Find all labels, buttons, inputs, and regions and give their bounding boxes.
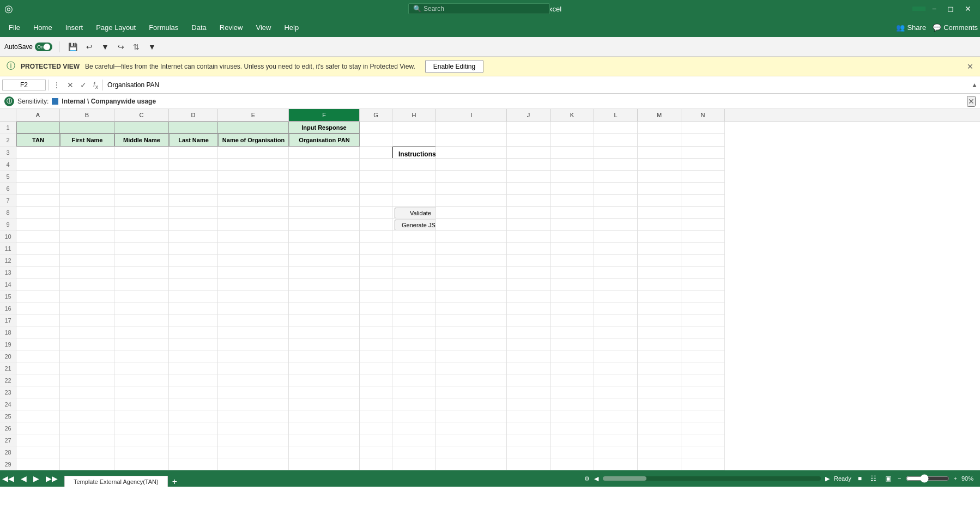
last-sheet-button[interactable]: ▶▶ xyxy=(44,474,60,483)
cell-k1[interactable] xyxy=(551,122,594,134)
cell-b12[interactable] xyxy=(60,255,114,266)
cell-j9[interactable] xyxy=(507,219,551,231)
cell-i25[interactable] xyxy=(436,410,507,422)
cell-i6[interactable] xyxy=(436,183,507,195)
cell-c15[interactable] xyxy=(114,290,169,302)
cell-f16[interactable] xyxy=(289,302,360,314)
cell-h27[interactable] xyxy=(392,434,436,446)
cell-f11[interactable] xyxy=(289,243,360,255)
cell-d12[interactable] xyxy=(169,255,218,266)
cell-k16[interactable] xyxy=(551,302,594,314)
cell-m14[interactable] xyxy=(638,278,681,290)
cell-j20[interactable] xyxy=(507,350,551,362)
cell-c18[interactable] xyxy=(114,326,169,338)
cell-d21[interactable] xyxy=(169,362,218,374)
cell-f7[interactable] xyxy=(289,195,360,207)
col-header-l[interactable]: L xyxy=(594,109,638,121)
cell-f18[interactable] xyxy=(289,326,360,338)
cell-f4[interactable] xyxy=(289,159,360,171)
cell-b15[interactable] xyxy=(60,290,114,302)
quick-access-dropdown[interactable]: ▼ xyxy=(146,40,158,53)
cell-h11[interactable] xyxy=(392,243,436,255)
cell-c21[interactable] xyxy=(114,362,169,374)
cell-d24[interactable] xyxy=(169,398,218,410)
cell-j26[interactable] xyxy=(507,422,551,434)
cell-e14[interactable] xyxy=(218,278,289,290)
cell-g2[interactable] xyxy=(360,134,392,147)
cell-g27[interactable] xyxy=(360,434,392,446)
cell-a7[interactable] xyxy=(16,195,60,207)
cell-a9[interactable] xyxy=(16,219,60,231)
cell-n23[interactable] xyxy=(681,386,725,398)
cell-m5[interactable] xyxy=(638,171,681,183)
cell-f23[interactable] xyxy=(289,386,360,398)
close-button[interactable]: ✕ xyxy=(960,2,976,15)
cell-b14[interactable] xyxy=(60,278,114,290)
cell-b1[interactable] xyxy=(60,122,114,134)
redo-button[interactable]: ↪ xyxy=(116,40,126,53)
cell-i2[interactable] xyxy=(436,134,507,147)
cell-a21[interactable] xyxy=(16,362,60,374)
cancel-formula-button[interactable]: ✕ xyxy=(65,81,76,89)
cell-a22[interactable] xyxy=(16,374,60,386)
cell-d14[interactable] xyxy=(169,278,218,290)
cell-j18[interactable] xyxy=(507,326,551,338)
cell-l28[interactable] xyxy=(594,446,638,458)
cell-k10[interactable] xyxy=(551,231,594,243)
cell-d3[interactable] xyxy=(169,147,218,159)
cell-h15[interactable] xyxy=(392,290,436,302)
cell-b16[interactable] xyxy=(60,302,114,314)
cell-d10[interactable] xyxy=(169,231,218,243)
cell-j16[interactable] xyxy=(507,302,551,314)
cell-c1[interactable] xyxy=(114,122,169,134)
cell-i7[interactable] xyxy=(436,195,507,207)
cell-c7[interactable] xyxy=(114,195,169,207)
cell-g7[interactable] xyxy=(360,195,392,207)
cell-i26[interactable] xyxy=(436,422,507,434)
cell-m17[interactable] xyxy=(638,314,681,326)
cell-k5[interactable] xyxy=(551,171,594,183)
cell-n27[interactable] xyxy=(681,434,725,446)
cell-l3[interactable] xyxy=(594,147,638,159)
cell-i20[interactable] xyxy=(436,350,507,362)
cell-a6[interactable] xyxy=(16,183,60,195)
cell-e18[interactable] xyxy=(218,326,289,338)
cell-h6[interactable] xyxy=(392,183,436,195)
cell-a23[interactable] xyxy=(16,386,60,398)
cell-j4[interactable] xyxy=(507,159,551,171)
cell-b25[interactable] xyxy=(60,410,114,422)
cell-j12[interactable] xyxy=(507,255,551,266)
cell-h25[interactable] xyxy=(392,410,436,422)
cell-n19[interactable] xyxy=(681,338,725,350)
cell-i17[interactable] xyxy=(436,314,507,326)
cell-c24[interactable] xyxy=(114,398,169,410)
cell-i12[interactable] xyxy=(436,255,507,266)
menu-home[interactable]: Home xyxy=(27,21,59,34)
cell-e9[interactable] xyxy=(218,219,289,231)
col-header-a[interactable]: A xyxy=(16,109,60,121)
cell-d17[interactable] xyxy=(169,314,218,326)
cell-l18[interactable] xyxy=(594,326,638,338)
cell-e6[interactable] xyxy=(218,183,289,195)
cell-e15[interactable] xyxy=(218,290,289,302)
cell-b20[interactable] xyxy=(60,350,114,362)
cell-e24[interactable] xyxy=(218,398,289,410)
cell-g22[interactable] xyxy=(360,374,392,386)
cell-k29[interactable] xyxy=(551,458,594,470)
restore-button[interactable]: ◻ xyxy=(943,2,958,15)
cell-i14[interactable] xyxy=(436,278,507,290)
cell-g4[interactable] xyxy=(360,159,392,171)
cell-e8[interactable] xyxy=(218,207,289,219)
cell-d15[interactable] xyxy=(169,290,218,302)
cell-i27[interactable] xyxy=(436,434,507,446)
cell-c22[interactable] xyxy=(114,374,169,386)
cell-a13[interactable] xyxy=(16,266,60,278)
scroll-left-icon[interactable]: ◀ xyxy=(594,475,598,482)
cell-m19[interactable] xyxy=(638,338,681,350)
cell-n16[interactable] xyxy=(681,302,725,314)
cell-a16[interactable] xyxy=(16,302,60,314)
cell-i1[interactable] xyxy=(436,122,507,134)
cell-b4[interactable] xyxy=(60,159,114,171)
first-sheet-button[interactable]: ◀◀ xyxy=(0,474,16,483)
cell-i8[interactable] xyxy=(436,207,507,219)
